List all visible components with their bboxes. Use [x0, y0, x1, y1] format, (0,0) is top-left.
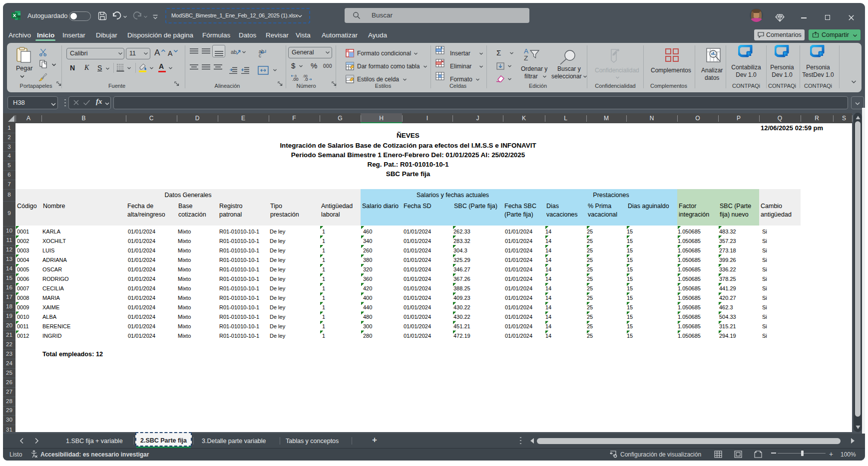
- svg-text:0: 0: [295, 74, 297, 78]
- svg-text:.0: .0: [304, 77, 308, 82]
- svg-text:ab: ab: [231, 49, 237, 55]
- svg-text:A: A: [524, 47, 528, 55]
- svg-text:Z: Z: [524, 54, 528, 62]
- svg-text:c: c: [259, 53, 261, 58]
